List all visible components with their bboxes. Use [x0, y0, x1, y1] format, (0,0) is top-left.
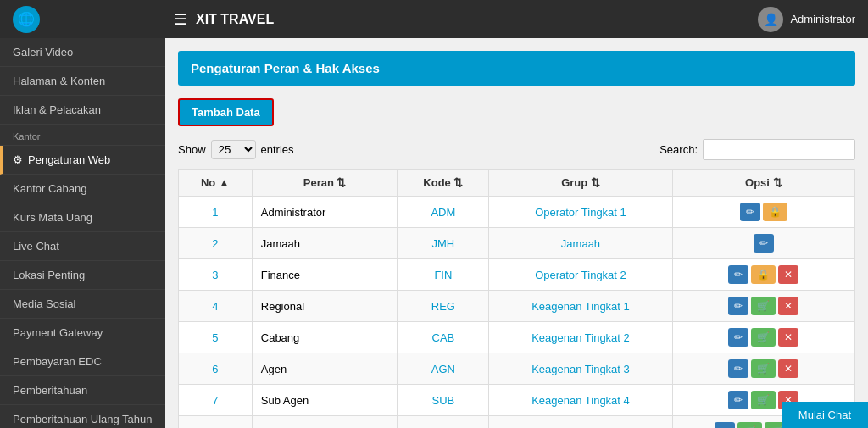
table-header-row: No ▲ Peran ⇅ Kode ⇅ Grup ⇅ Opsi ⇅: [179, 170, 855, 197]
page-header: Pengaturan Peran & Hak Akses: [178, 51, 855, 86]
table-row: 8Sales ManagerSLMSales Tingkat 1✏🛒🛒✕: [179, 416, 855, 429]
edit-button[interactable]: ✏: [715, 422, 735, 428]
cell-no: 2: [179, 228, 253, 259]
edit-button[interactable]: ✏: [728, 265, 748, 284]
sidebar-item-kantor-cabang[interactable]: Kantor Cabang: [0, 175, 165, 203]
cell-opsi: ✏🛒✕: [672, 291, 854, 322]
delete-button[interactable]: ✕: [778, 265, 798, 284]
sidebar-item-live-chat[interactable]: Live Chat: [0, 232, 165, 261]
edit-button[interactable]: ✏: [754, 234, 774, 253]
chat-button[interactable]: Mulai Chat: [782, 402, 868, 428]
sidebar-item-pembayaran-edc[interactable]: Pembayaran EDC: [0, 347, 165, 376]
cell-opsi: ✏: [672, 228, 854, 259]
lock-button[interactable]: 🔒: [763, 203, 787, 221]
cart-button[interactable]: 🛒: [737, 422, 762, 428]
cell-no: 4: [179, 291, 253, 322]
sidebar-item-iklan[interactable]: Iklan & Pelacakan: [0, 96, 165, 125]
table-row: 5CabangCABKeagenan Tingkat 2✏🛒✕: [179, 322, 855, 353]
sidebar-item-lokasi[interactable]: Lokasi Penting: [0, 261, 165, 290]
sidebar-item-pemberitahuan[interactable]: Pemberitahuan: [0, 376, 165, 405]
table-row: 1AdministratorADMOperator Tingkat 1✏🔒: [179, 197, 855, 228]
hamburger-icon[interactable]: ☰: [165, 10, 196, 29]
cell-no: 8: [179, 416, 253, 429]
main-content: Pengaturan Peran & Hak Akses Tambah Data…: [165, 38, 868, 428]
delete-button[interactable]: ✕: [778, 328, 798, 347]
sidebar-item-halaman-konten[interactable]: Halaman & Konten: [0, 67, 165, 96]
col-grup: Grup ⇅: [489, 170, 672, 197]
table-row: 6AgenAGNKeagenan Tingkat 3✏🛒✕: [179, 353, 855, 385]
cell-kode: CAB: [398, 322, 489, 353]
cell-peran: Finance: [252, 259, 398, 291]
globe-icon: 🌐: [13, 6, 40, 33]
add-data-button[interactable]: Tambah Data: [178, 98, 274, 126]
table-controls: Show 25 10 50 100 entries Search:: [178, 139, 855, 160]
sidebar-item-galeri-video[interactable]: Galeri Video: [0, 38, 165, 67]
topbar-right: 👤 Administrator: [758, 7, 868, 32]
edit-button[interactable]: ✏: [728, 328, 748, 347]
search-label: Search:: [659, 143, 698, 156]
edit-button[interactable]: ✏: [740, 203, 760, 221]
cell-peran: Administrator: [252, 197, 398, 228]
delete-button[interactable]: ✕: [778, 297, 798, 315]
cell-peran: Sales Manager: [252, 416, 398, 429]
sidebar-item-pengaturan-web[interactable]: ⚙Pengaturan Web: [0, 146, 165, 175]
sidebar: Galeri Video Halaman & Konten Iklan & Pe…: [0, 38, 165, 428]
cell-grup: Sales Tingkat 1: [489, 416, 672, 429]
sidebar-item-payment-gateway[interactable]: Payment Gateway: [0, 319, 165, 347]
cell-kode: AGN: [398, 353, 489, 385]
cell-peran: Sub Agen: [252, 385, 398, 416]
cell-no: 1: [179, 197, 253, 228]
col-no: No ▲: [179, 170, 253, 197]
table-row: 2JamaahJMHJamaah✏: [179, 228, 855, 259]
table-row: 7Sub AgenSUBKeagenan Tingkat 4✏🛒✕: [179, 385, 855, 416]
cell-grup: Operator Tingkat 1: [489, 197, 672, 228]
col-opsi: Opsi ⇅: [672, 170, 854, 197]
sidebar-item-pemberitahuan-ultah[interactable]: Pemberitahuan Ulang Tahun: [0, 405, 165, 428]
col-kode: Kode ⇅: [398, 170, 489, 197]
cell-opsi: ✏🔒: [672, 197, 854, 228]
cell-no: 6: [179, 353, 253, 385]
edit-button[interactable]: ✏: [728, 359, 748, 378]
cell-peran: Cabang: [252, 322, 398, 353]
table-row: 3FinanceFINOperator Tingkat 2✏🔒✕: [179, 259, 855, 291]
search-box: Search:: [659, 139, 855, 160]
show-entries: Show 25 10 50 100 entries: [178, 140, 294, 159]
cell-kode: ADM: [398, 197, 489, 228]
cart-button[interactable]: 🛒: [751, 359, 776, 378]
cell-kode: REG: [398, 291, 489, 322]
cell-opsi: ✏🔒✕: [672, 259, 854, 291]
cell-grup: Operator Tingkat 2: [489, 259, 672, 291]
admin-label: Administrator: [790, 13, 855, 25]
show-entries-select[interactable]: 25 10 50 100: [211, 140, 256, 159]
cell-grup: Keagenan Tingkat 4: [489, 385, 672, 416]
cart-button[interactable]: 🛒: [751, 328, 776, 347]
cell-opsi: ✏🛒✕: [672, 322, 854, 353]
cart-button[interactable]: 🛒: [751, 391, 776, 409]
col-peran: Peran ⇅: [252, 170, 398, 197]
cell-no: 5: [179, 322, 253, 353]
edit-button[interactable]: ✏: [728, 391, 748, 409]
edit-button[interactable]: ✏: [728, 297, 748, 315]
sidebar-item-media-sosial[interactable]: Media Sosial: [0, 290, 165, 319]
data-table: No ▲ Peran ⇅ Kode ⇅ Grup ⇅ Opsi ⇅ 1Admin…: [178, 169, 855, 428]
cell-kode: SUB: [398, 385, 489, 416]
app-title: XIT TRAVEL: [196, 12, 274, 27]
delete-button[interactable]: ✕: [778, 359, 798, 378]
gear-icon: ⚙: [13, 153, 23, 166]
table-row: 4RegionalREGKeagenan Tingkat 1✏🛒✕: [179, 291, 855, 322]
cell-kode: FIN: [398, 259, 489, 291]
search-input[interactable]: [703, 139, 855, 160]
cell-grup: Keagenan Tingkat 2: [489, 322, 672, 353]
cell-opsi: ✏🛒✕: [672, 353, 854, 385]
cell-peran: Regional: [252, 291, 398, 322]
topbar-logo: 🌐: [0, 6, 165, 33]
topbar: 🌐 ☰ XIT TRAVEL 👤 Administrator: [0, 0, 868, 38]
cell-grup: Jamaah: [489, 228, 672, 259]
cell-no: 7: [179, 385, 253, 416]
cart-button[interactable]: 🛒: [751, 297, 776, 315]
cell-peran: Jamaah: [252, 228, 398, 259]
sidebar-item-kurs[interactable]: Kurs Mata Uang: [0, 203, 165, 232]
lock-button[interactable]: 🔒: [751, 265, 776, 284]
cell-grup: Keagenan Tingkat 1: [489, 291, 672, 322]
avatar: 👤: [758, 7, 783, 32]
